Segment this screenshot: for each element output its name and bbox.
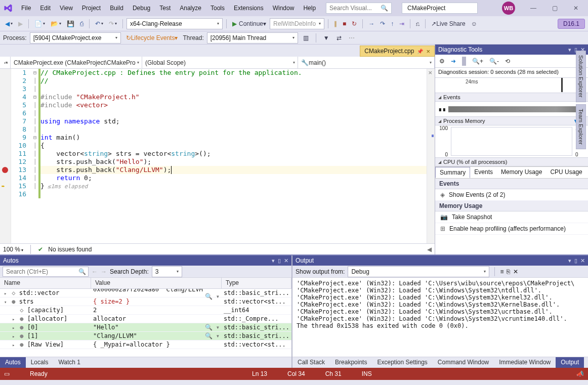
side-tab-solution-explorer[interactable]: Solution Explorer xyxy=(576,51,586,102)
menu-file[interactable]: File xyxy=(17,3,35,14)
stop-button[interactable]: ■ xyxy=(341,18,348,29)
step-over-button[interactable]: ↷ xyxy=(378,18,387,29)
lifecycle-button[interactable]: ↻ Lifecycle Events ▾ xyxy=(124,32,180,44)
side-tab-team-explorer[interactable]: Team Explorer xyxy=(576,104,586,149)
global-scope-dropdown[interactable]: (Global Scope) xyxy=(142,57,298,68)
find-icon[interactable]: ≡ xyxy=(500,268,503,275)
nav-back-button[interactable]: ◀ xyxy=(3,18,15,29)
col-name[interactable]: Name xyxy=(0,278,91,288)
file-scope-dropdown[interactable]: CMakeProject.exe (CMakeProject\CMakePro xyxy=(11,57,142,68)
tab-breakpoints[interactable]: Breakpoints xyxy=(330,357,372,368)
open-button[interactable]: 📂 xyxy=(49,18,63,29)
search-depth-dropdown[interactable]: 3 xyxy=(152,266,182,277)
close-button[interactable]: ✕ xyxy=(566,1,586,15)
nav-back-icon[interactable]: ← xyxy=(92,268,98,275)
panel-dropdown-icon[interactable]: ▾ xyxy=(568,47,571,53)
take-snapshot-item[interactable]: 📷Take Snapshot xyxy=(435,211,588,223)
table-row[interactable]: ◇ [capacity]2__int64 xyxy=(0,306,291,315)
restart-button[interactable]: ↻ xyxy=(350,18,359,29)
break-all-button[interactable]: ∥ xyxy=(332,18,339,29)
wrap-icon[interactable]: ⎘ xyxy=(507,268,510,275)
save-button[interactable]: 💾 xyxy=(65,18,76,29)
continue-button[interactable]: ▶Continue ▾ xyxy=(230,18,268,29)
go-icon[interactable]: ➜ xyxy=(449,57,458,66)
diag-tab-memory-usage[interactable]: Memory Usage xyxy=(497,167,546,178)
diag-tab-events[interactable]: Events xyxy=(470,167,497,178)
close-tab-icon[interactable]: × xyxy=(426,48,430,55)
panel-dropdown-icon[interactable]: ▾ xyxy=(568,258,571,264)
zoom-dropdown[interactable]: 100 % xyxy=(3,246,23,253)
snapshot-button[interactable]: ⎌ xyxy=(414,18,422,29)
menu-extensions[interactable]: Extensions xyxy=(230,3,268,14)
memory-graph[interactable]: 1000 1000 xyxy=(435,125,588,158)
menu-help[interactable]: Help xyxy=(299,3,320,14)
tab-output[interactable]: Output xyxy=(556,357,584,368)
config-dropdown[interactable]: x64-Clang-Release xyxy=(127,18,223,29)
reset-zoom-icon[interactable]: ⟲ xyxy=(503,57,512,66)
solution-name-box[interactable]: CMakeProject xyxy=(402,3,478,14)
diag-tab-summary[interactable]: Summary xyxy=(435,167,470,178)
tab-immediate-window[interactable]: Immediate Window xyxy=(494,357,556,368)
fold-gutter[interactable]: ⊟││⊟││││⊟││││││ xyxy=(31,69,38,243)
diag-tab-cpu-usage[interactable]: CPU Usage xyxy=(546,167,586,178)
heap-profiling-item[interactable]: ⊞Enable heap profiling (affects performa… xyxy=(435,223,588,235)
cpu-section-header[interactable]: CPU (% of all processors) xyxy=(435,158,588,166)
maximize-button[interactable]: ▢ xyxy=(544,1,565,15)
nav-fwd-button[interactable]: ▶ xyxy=(16,18,25,29)
status-flag-icon[interactable]: ▭ xyxy=(4,370,10,377)
timeline-cursor[interactable] xyxy=(561,78,563,92)
settings-icon[interactable]: ⚙ xyxy=(437,57,447,66)
zoom-out-icon[interactable]: 🔍- xyxy=(487,57,501,66)
search-input[interactable] xyxy=(326,5,377,12)
step-out-button[interactable]: ↑ xyxy=(389,18,396,29)
tab-call-stack[interactable]: Call Stack xyxy=(292,357,330,368)
table-row[interactable]: ▸ ● [1]"Clang/LLVM" 🔍 ▾std::basic_stri..… xyxy=(0,332,291,340)
menu-debug[interactable]: Debug xyxy=(129,3,154,14)
undo-button[interactable]: ↶ xyxy=(93,18,105,29)
output-content[interactable]: 'CMakeProject.exe' (Win32): Loaded 'C:\U… xyxy=(292,278,588,357)
table-row[interactable]: ▾ ● strs{ size=2 }std::vector<st... xyxy=(0,297,291,306)
menu-window[interactable]: Window xyxy=(269,3,299,14)
live-share-button[interactable]: ↗ Live Share xyxy=(429,18,467,29)
clear-icon[interactable]: ✕ xyxy=(513,268,518,275)
col-type[interactable]: Type xyxy=(222,278,291,288)
run-to-cursor-button[interactable]: ⇥ xyxy=(397,18,406,29)
autos-table-body[interactable]: ▸ ◇ std::vector0x000002a7f2024a80 "Clang… xyxy=(0,289,291,357)
build-config-dropdown[interactable]: RelWithDebInfo xyxy=(270,18,324,29)
table-row[interactable]: ▸ ● [Raw View]{ _Mypair=allocator }std::… xyxy=(0,340,291,349)
menu-view[interactable]: View xyxy=(56,3,77,14)
process-dropdown[interactable]: [5904] CMakeProject.exe xyxy=(30,32,121,44)
show-events-item[interactable]: ◈Show Events (2 of 2) xyxy=(435,189,588,201)
saveall-button[interactable]: ⎙ xyxy=(78,18,86,29)
search-icon[interactable]: 🔍 xyxy=(377,5,391,12)
tab-command-window[interactable]: Command Window xyxy=(433,357,494,368)
breakpoint-gutter[interactable]: ➨ xyxy=(0,69,11,243)
events-section-header[interactable]: Events xyxy=(435,93,588,102)
pin-icon[interactable]: 📌 xyxy=(417,49,423,54)
menu-test[interactable]: Test xyxy=(155,3,175,14)
thread-stack-button[interactable]: ▥ xyxy=(301,32,311,44)
new-button[interactable]: 📄 xyxy=(32,18,47,29)
search-box[interactable]: 🔍 xyxy=(326,3,392,14)
tab-autos[interactable]: Autos xyxy=(0,357,26,368)
user-avatar[interactable]: WB xyxy=(502,2,515,15)
status-notify-icon[interactable]: 📣 xyxy=(576,370,584,377)
menu-edit[interactable]: Edit xyxy=(36,3,55,14)
swap-button[interactable]: ⇄ xyxy=(334,32,344,44)
panel-pin-icon[interactable]: ▯ xyxy=(278,258,281,264)
breakpoint-icon[interactable] xyxy=(2,167,8,173)
code-editor[interactable]: ➨ 12345678910111213141516 ⊟││⊟││││⊟│││││… xyxy=(0,69,435,243)
tab-watch-1[interactable]: Watch 1 xyxy=(53,357,86,368)
pause-icon[interactable]: ∎∎ xyxy=(438,106,446,113)
scroll-left-icon[interactable]: ◀ xyxy=(427,246,432,253)
scope-icon[interactable]: ↔ xyxy=(0,57,11,68)
overview-ruler[interactable]: ⤬ xyxy=(427,69,435,243)
search-icon[interactable]: 🔍 xyxy=(76,268,88,275)
autos-search[interactable]: 🔍 xyxy=(3,267,89,277)
redo-button[interactable]: ↷ xyxy=(107,18,119,29)
code-content[interactable]: // CMakeProject.cpp : Defines the entry … xyxy=(38,69,427,243)
menu-analyze[interactable]: Analyze xyxy=(176,3,205,14)
tab-exception-settings[interactable]: Exception Settings xyxy=(372,357,432,368)
menu-build[interactable]: Build xyxy=(106,3,128,14)
events-graph[interactable]: ∎∎ xyxy=(435,102,588,117)
